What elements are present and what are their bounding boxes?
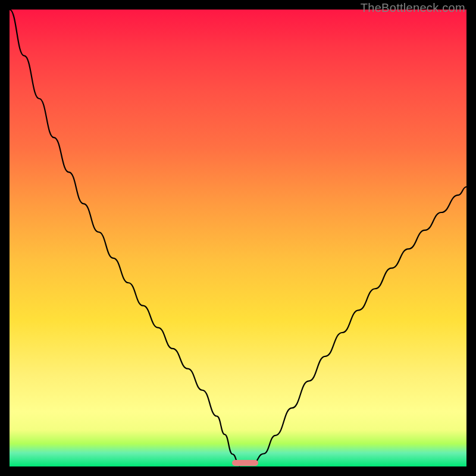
- chart-gradient-background: [10, 10, 466, 466]
- bottleneck-marker: [232, 460, 258, 466]
- watermark-label: TheBottleneck.com: [361, 1, 465, 15]
